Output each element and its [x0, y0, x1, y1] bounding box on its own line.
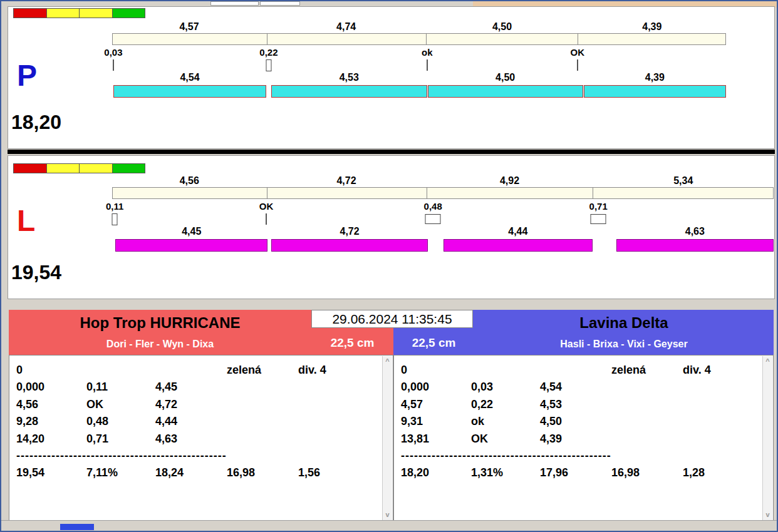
table-cell: 4,50	[540, 413, 611, 430]
split-time: 4,39	[645, 72, 665, 83]
table-row: 9,280,484,44	[9, 413, 383, 430]
lower-split-values: 4,544,534,504,39	[112, 72, 726, 83]
status-light	[80, 9, 113, 18]
table-cell: 4,63	[155, 431, 227, 448]
split-time: 4,63	[685, 226, 705, 237]
table-cell: 0,11	[86, 379, 155, 396]
table-cell: ok	[471, 413, 540, 430]
table-cell: 0,03	[471, 379, 540, 396]
exchange-marks	[112, 213, 774, 225]
status-light	[47, 9, 80, 18]
table-cell	[86, 362, 155, 379]
upper-time-bar	[112, 187, 774, 199]
exchange-label: 0,48	[424, 201, 442, 212]
table-cell	[227, 413, 298, 430]
upper-split-values: 4,574,744,504,39	[112, 21, 726, 33]
table-cell: div. 4	[683, 362, 763, 379]
table-row: 4,56OK4,72	[9, 396, 383, 413]
table-cell: 1,28	[683, 464, 763, 481]
team-name: Lavina Delta	[474, 314, 774, 332]
minimized-window-tab[interactable]	[210, 1, 259, 6]
scroll-up-icon[interactable]: ^	[383, 358, 392, 365]
split-time: 4,56	[180, 175, 199, 187]
lane-letter: L	[17, 206, 35, 236]
table-cell	[227, 431, 298, 448]
table-cell	[298, 431, 383, 448]
table-row: 14,200,714,63	[9, 431, 383, 448]
table-cell	[683, 431, 763, 448]
exchange-mark	[577, 59, 578, 71]
exchange-label: OK	[571, 47, 585, 58]
table-cell: OK	[471, 431, 540, 448]
table-row: 0,0000,034,54	[394, 379, 763, 396]
table-cell: 14,20	[16, 431, 86, 448]
table-divider: ----------------------------------------…	[9, 448, 383, 464]
scroll-down-icon[interactable]: v	[763, 511, 772, 518]
table-cell	[611, 431, 683, 448]
table-cell: 13,81	[401, 431, 471, 448]
table-cell: 0	[401, 362, 471, 379]
table-row: 18,201,31%17,9616,981,28	[394, 464, 763, 481]
table-cell	[471, 362, 540, 379]
split-time: 4,74	[336, 21, 356, 33]
team-name: Hop Trop HURRICANE	[9, 314, 311, 332]
exchange-marks	[112, 59, 726, 71]
table-cell: 4,44	[155, 413, 227, 430]
table-cell: 0,000	[401, 379, 471, 396]
lane-panel-l: L 19,54 4,564,724,925,34 0,11OK0,480,71 …	[8, 155, 775, 299]
taskbar-item[interactable]	[60, 524, 94, 530]
split-time: 4,45	[182, 226, 201, 237]
table-cell: 18,24	[155, 464, 227, 481]
table-cell	[298, 379, 383, 396]
table-cell	[227, 379, 298, 396]
team-dogs: Dori - Fler - Wyn - Dixa	[9, 339, 311, 350]
table-cell: 9,28	[16, 413, 86, 430]
exchange-label: OK	[259, 201, 274, 212]
bar-segment	[443, 239, 593, 252]
table-row: 4,570,224,53	[394, 396, 763, 413]
bar-segment	[428, 85, 583, 98]
exchange-mark	[113, 59, 114, 71]
table-divider: ----------------------------------------…	[394, 448, 763, 464]
bar-divider	[578, 34, 578, 44]
jump-height: 22,5 cm	[311, 336, 393, 350]
upper-split-values: 4,564,724,925,34	[112, 175, 774, 187]
bar-divider	[267, 188, 267, 198]
lower-time-bar	[112, 239, 774, 252]
table-cell: 0,000	[16, 379, 86, 396]
scrollbar[interactable]: ^ v	[382, 356, 392, 520]
split-time: 4,57	[179, 21, 199, 33]
result-rows: 0zelenádiv. 40,0000,114,454,56OK4,729,28…	[9, 362, 383, 521]
table-row: 0zelenádiv. 4	[394, 362, 763, 379]
bar-divider	[593, 188, 593, 198]
minimized-window-tab[interactable]	[260, 1, 300, 6]
lane-total-time: 18,20	[11, 112, 61, 132]
table-cell: OK	[86, 396, 155, 413]
split-time: 4,92	[500, 175, 519, 187]
table-cell	[683, 379, 763, 396]
split-time: 4,44	[508, 226, 527, 237]
scrollbar[interactable]: ^ v	[762, 356, 772, 520]
table-cell	[683, 413, 763, 430]
exchange-mark	[266, 213, 267, 225]
lower-time-bar	[112, 85, 726, 98]
table-cell	[298, 396, 383, 413]
exchange-labels: 0,030,22okOK	[112, 47, 726, 58]
bar-divider	[427, 188, 427, 198]
table-row: 0zelenádiv. 4	[9, 362, 383, 379]
scroll-up-icon[interactable]: ^	[763, 358, 772, 365]
table-cell: 0	[16, 362, 86, 379]
timestamp: 29.06.2024 11:35:45	[311, 310, 473, 328]
table-cell: 4,56	[16, 396, 86, 413]
status-light	[14, 9, 47, 18]
split-time: 4,72	[336, 175, 356, 187]
table-cell: div. 4	[298, 362, 383, 379]
table-cell	[683, 396, 763, 413]
exchange-label: ok	[422, 47, 433, 58]
table-row: 0,0000,114,45	[9, 379, 383, 396]
lane-total-time: 19,54	[11, 262, 61, 282]
table-cell	[155, 362, 227, 379]
scroll-down-icon[interactable]: v	[383, 511, 392, 518]
table-cell: zelená	[611, 362, 683, 379]
split-time: 4,53	[340, 72, 359, 83]
